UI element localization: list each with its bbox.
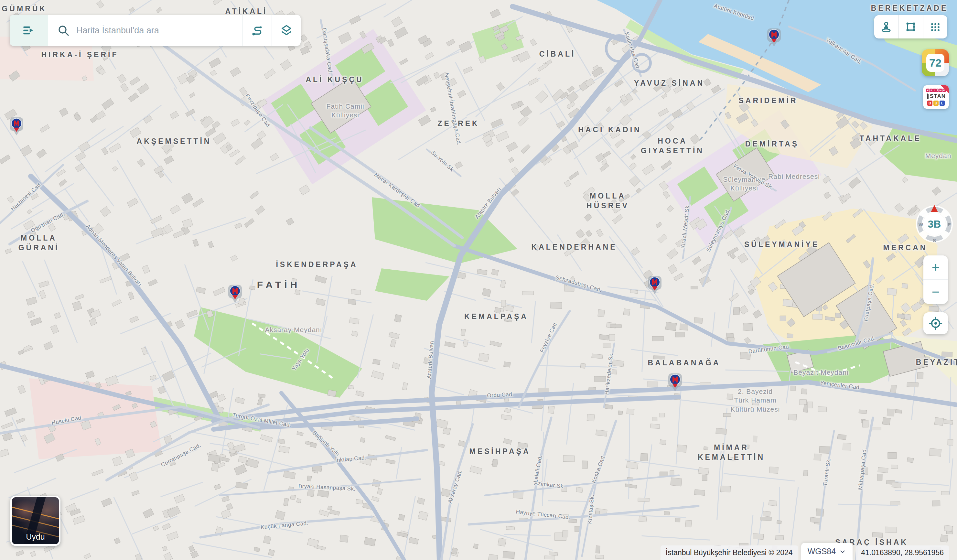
chevron-down-icon <box>839 548 846 555</box>
locate-me-button[interactable] <box>923 312 948 334</box>
kelime-letter: İ <box>936 88 938 92</box>
metro-logo-icon <box>666 373 684 393</box>
compass-west-label: W <box>919 222 923 227</box>
metro-logo-icon <box>766 28 782 49</box>
mode-3d-label: 3B <box>928 218 941 230</box>
person-location-icon <box>880 21 893 33</box>
basemap-render <box>0 0 957 560</box>
zoom-in-button[interactable]: + <box>923 256 948 280</box>
area-select-icon <box>904 21 917 33</box>
galata-tower-icon <box>926 93 929 99</box>
attribution-bar: İstanbul Büyükşehir Belediyesi © 2024 WG… <box>660 543 949 560</box>
street-view-button[interactable] <box>874 15 898 38</box>
datum-selector[interactable]: WGS84 <box>801 543 853 560</box>
metro-logo-icon <box>8 117 25 137</box>
metro-station-marker[interactable] <box>8 117 25 139</box>
air-quality-badge[interactable]: 72 <box>922 49 949 76</box>
kelime-letter: K <box>926 88 930 92</box>
datum-value: WGS84 <box>808 547 836 556</box>
search-bar <box>10 15 301 46</box>
istan-word: STAN <box>926 93 946 99</box>
zoom-out-button[interactable]: − <box>923 280 948 304</box>
menu-button[interactable] <box>10 15 48 46</box>
search-input[interactable] <box>76 25 243 36</box>
bul-letter: U <box>933 101 938 106</box>
cursor-coordinates: 41.0163890, 28.9561956 <box>856 546 949 560</box>
layers-button[interactable] <box>272 15 301 46</box>
metro-station-marker[interactable] <box>666 373 684 395</box>
route-button[interactable] <box>243 15 272 46</box>
metro-station-marker[interactable] <box>646 276 663 297</box>
apps-grid-icon <box>929 21 941 33</box>
compass-east-label: E <box>948 222 951 227</box>
compass-south-label: S <box>933 238 936 243</box>
copyright-text: İstanbul Büyükşehir Belediyesi © 2024 <box>660 546 798 560</box>
menu-expand-icon <box>22 23 36 38</box>
route-icon <box>251 24 264 37</box>
map-canvas[interactable]: KARAGÜMRÜKATİKALİBEREKETZADEHIRKA-İ ŞERİ… <box>0 0 957 560</box>
zoom-controls: + − <box>923 256 948 304</box>
layers-icon <box>280 24 293 37</box>
apps-menu-button[interactable] <box>923 15 947 38</box>
bul-letter: B <box>927 101 932 106</box>
bul-letters: BUL <box>927 101 945 106</box>
compass-3d-button[interactable]: W E S 3B <box>915 205 954 243</box>
aqi-value: 72 <box>926 54 944 72</box>
map-toolbar <box>874 15 947 38</box>
metro-logo-icon <box>227 284 243 305</box>
measure-area-button[interactable] <box>898 15 923 38</box>
metro-station-marker[interactable] <box>227 284 243 306</box>
metro-station-marker[interactable] <box>766 28 782 50</box>
locate-icon <box>929 317 943 330</box>
satellite-label: Uydu <box>12 532 59 541</box>
search-input-section <box>48 15 243 46</box>
bul-letter: L <box>940 101 945 106</box>
kelime-letter: L <box>933 88 936 92</box>
search-icon <box>57 24 70 37</box>
satellite-basemap-toggle[interactable]: Uydu <box>10 496 60 546</box>
badge-corner-fold <box>941 85 949 93</box>
metro-logo-icon <box>646 276 663 296</box>
kelime-istanbul-badge[interactable]: KELİME STAN BUL <box>923 85 949 109</box>
kelime-letter: E <box>930 88 933 92</box>
